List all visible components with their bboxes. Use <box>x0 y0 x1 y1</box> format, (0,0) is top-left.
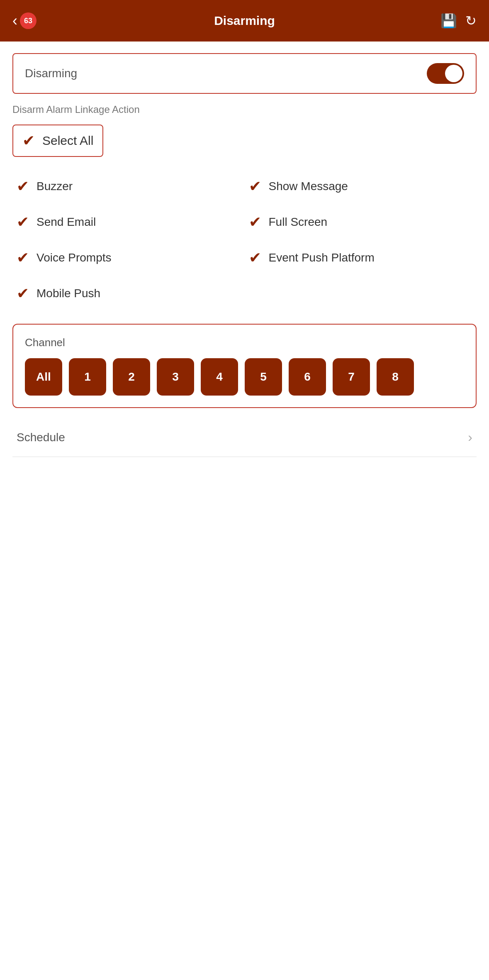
header: ‹ 63 Disarming 💾 ↻ <box>0 0 489 42</box>
channel-btn-4[interactable]: 4 <box>201 358 238 396</box>
voice-prompts-label: Voice Prompts <box>36 251 112 264</box>
send-email-label: Send Email <box>36 215 96 229</box>
refresh-icon[interactable]: ↻ <box>465 13 477 29</box>
channel-buttons: All 1 2 3 4 5 6 7 8 <box>25 358 464 396</box>
channel-btn-3[interactable]: 3 <box>157 358 194 396</box>
option-send-email[interactable]: ✔ Send Email <box>12 204 245 240</box>
show-message-check-icon: ✔ <box>249 178 261 195</box>
send-email-check-icon: ✔ <box>17 213 29 231</box>
select-all-row[interactable]: ✔ Select All <box>12 125 103 157</box>
header-left: ‹ 63 <box>12 12 36 29</box>
notification-badge: 63 <box>20 12 36 29</box>
back-button[interactable]: ‹ <box>12 12 17 29</box>
option-full-screen[interactable]: ✔ Full Screen <box>245 204 477 240</box>
channel-btn-7[interactable]: 7 <box>333 358 370 396</box>
channel-section: Channel All 1 2 3 4 5 6 7 8 <box>12 324 477 408</box>
option-event-push-platform[interactable]: ✔ Event Push Platform <box>245 240 477 276</box>
save-icon[interactable]: 💾 <box>440 13 457 29</box>
option-voice-prompts[interactable]: ✔ Voice Prompts <box>12 240 245 276</box>
schedule-label: Schedule <box>17 431 65 444</box>
disarming-label: Disarming <box>25 67 77 80</box>
channel-btn-all[interactable]: All <box>25 358 62 396</box>
full-screen-label: Full Screen <box>269 215 328 229</box>
channel-btn-5[interactable]: 5 <box>245 358 282 396</box>
toggle-slider <box>427 63 464 84</box>
show-message-label: Show Message <box>269 180 348 193</box>
event-push-label: Event Push Platform <box>269 251 375 264</box>
schedule-row[interactable]: Schedule › <box>12 418 477 457</box>
channel-btn-2[interactable]: 2 <box>113 358 150 396</box>
main-content: Disarming Disarm Alarm Linkage Action ✔ … <box>0 53 489 706</box>
option-empty <box>245 276 477 311</box>
option-buzzer[interactable]: ✔ Buzzer <box>12 169 245 204</box>
event-push-check-icon: ✔ <box>249 249 261 266</box>
channel-btn-1[interactable]: 1 <box>69 358 106 396</box>
mobile-push-check-icon: ✔ <box>17 285 29 302</box>
buzzer-check-icon: ✔ <box>17 178 29 195</box>
full-screen-check-icon: ✔ <box>249 213 261 231</box>
voice-prompts-check-icon: ✔ <box>17 249 29 266</box>
select-all-label: Select All <box>42 134 93 148</box>
disarming-toggle[interactable] <box>427 63 464 84</box>
mobile-push-label: Mobile Push <box>36 287 100 300</box>
select-all-check-icon: ✔ <box>22 132 35 149</box>
linkage-section-label: Disarm Alarm Linkage Action <box>12 104 477 115</box>
buzzer-label: Buzzer <box>36 180 73 193</box>
channel-btn-6[interactable]: 6 <box>289 358 326 396</box>
options-grid: ✔ Buzzer ✔ Show Message ✔ Send Email ✔ F… <box>12 169 477 311</box>
header-right: 💾 ↻ <box>440 13 477 29</box>
chevron-right-icon: › <box>468 430 472 445</box>
empty-space <box>12 457 477 706</box>
option-show-message[interactable]: ✔ Show Message <box>245 169 477 204</box>
page-title: Disarming <box>214 14 275 28</box>
channel-title: Channel <box>25 336 464 349</box>
disarming-toggle-row: Disarming <box>12 53 477 94</box>
channel-btn-8[interactable]: 8 <box>377 358 414 396</box>
option-mobile-push[interactable]: ✔ Mobile Push <box>12 276 245 311</box>
